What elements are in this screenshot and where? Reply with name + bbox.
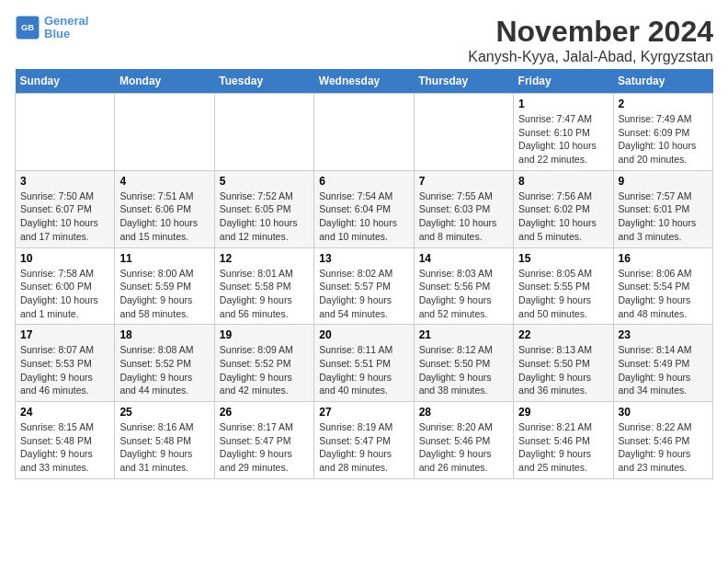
calendar-cell	[115, 94, 214, 171]
calendar-cell: 21Sunrise: 8:12 AM Sunset: 5:50 PM Dayli…	[414, 325, 513, 402]
calendar-cell: 28Sunrise: 8:20 AM Sunset: 5:46 PM Dayli…	[414, 402, 513, 479]
day-number: 29	[518, 406, 608, 419]
day-info: Sunrise: 8:21 AM Sunset: 5:46 PM Dayligh…	[518, 420, 608, 475]
day-number: 12	[220, 252, 309, 265]
header-day-thursday: Thursday	[414, 69, 513, 94]
day-number: 25	[119, 406, 209, 419]
day-number: 27	[319, 406, 408, 419]
calendar-cell	[314, 94, 414, 171]
day-info: Sunrise: 8:22 AM Sunset: 5:46 PM Dayligh…	[619, 420, 708, 475]
calendar-week-3: 10Sunrise: 7:58 AM Sunset: 6:00 PM Dayli…	[16, 247, 713, 325]
calendar-cell: 25Sunrise: 8:16 AM Sunset: 5:48 PM Dayli…	[115, 402, 214, 479]
calendar-cell: 7Sunrise: 7:55 AM Sunset: 6:03 PM Daylig…	[414, 170, 513, 247]
day-number: 18	[119, 328, 209, 341]
calendar-cell: 1Sunrise: 7:47 AM Sunset: 6:10 PM Daylig…	[514, 94, 613, 171]
calendar-cell	[414, 94, 513, 171]
calendar-cell	[214, 94, 313, 171]
header-day-wednesday: Wednesday	[314, 69, 414, 94]
calendar-cell: 19Sunrise: 8:09 AM Sunset: 5:52 PM Dayli…	[214, 325, 313, 402]
day-info: Sunrise: 8:09 AM Sunset: 5:52 PM Dayligh…	[220, 343, 309, 397]
day-info: Sunrise: 7:54 AM Sunset: 6:04 PM Dayligh…	[319, 190, 408, 244]
title-block: November 2024 Kanysh-Kyya, Jalal-Abad, K…	[468, 15, 713, 65]
calendar-cell: 11Sunrise: 8:00 AM Sunset: 5:59 PM Dayli…	[115, 247, 214, 325]
day-info: Sunrise: 7:55 AM Sunset: 6:03 PM Dayligh…	[419, 190, 508, 244]
day-number: 13	[319, 252, 408, 265]
day-info: Sunrise: 8:20 AM Sunset: 5:46 PM Dayligh…	[419, 420, 508, 475]
calendar-header-row: SundayMondayTuesdayWednesdayThursdayFrid…	[16, 69, 713, 94]
day-info: Sunrise: 7:51 AM Sunset: 6:06 PM Dayligh…	[119, 190, 209, 244]
calendar-cell: 17Sunrise: 8:07 AM Sunset: 5:53 PM Dayli…	[16, 325, 115, 402]
calendar-cell: 29Sunrise: 8:21 AM Sunset: 5:46 PM Dayli…	[514, 402, 613, 479]
logo-line2: Blue	[44, 27, 70, 40]
day-info: Sunrise: 8:03 AM Sunset: 5:56 PM Dayligh…	[419, 267, 508, 321]
calendar-cell: 27Sunrise: 8:19 AM Sunset: 5:47 PM Dayli…	[314, 402, 414, 479]
day-number: 21	[419, 328, 508, 341]
day-info: Sunrise: 8:13 AM Sunset: 5:50 PM Dayligh…	[518, 343, 608, 397]
day-info: Sunrise: 7:57 AM Sunset: 6:01 PM Dayligh…	[619, 190, 708, 244]
calendar-cell: 23Sunrise: 8:14 AM Sunset: 5:49 PM Dayli…	[613, 325, 712, 402]
day-info: Sunrise: 8:17 AM Sunset: 5:47 PM Dayligh…	[220, 420, 309, 475]
day-number: 23	[619, 328, 708, 341]
calendar-week-5: 24Sunrise: 8:15 AM Sunset: 5:48 PM Dayli…	[16, 402, 713, 479]
day-number: 1	[518, 98, 608, 110]
day-info: Sunrise: 8:08 AM Sunset: 5:52 PM Dayligh…	[119, 343, 209, 397]
day-number: 6	[319, 175, 408, 188]
calendar-week-2: 3Sunrise: 7:50 AM Sunset: 6:07 PM Daylig…	[16, 170, 713, 247]
day-number: 30	[619, 406, 708, 419]
header-day-sunday: Sunday	[16, 69, 115, 94]
day-info: Sunrise: 7:52 AM Sunset: 6:05 PM Dayligh…	[220, 190, 309, 244]
header-day-tuesday: Tuesday	[214, 69, 313, 94]
day-number: 2	[619, 98, 708, 110]
page-header: GB General Blue November 2024 Kanysh-Kyy…	[15, 15, 713, 65]
day-number: 5	[220, 175, 309, 188]
header-day-monday: Monday	[115, 69, 214, 94]
day-info: Sunrise: 8:12 AM Sunset: 5:50 PM Dayligh…	[419, 343, 508, 397]
calendar-cell: 24Sunrise: 8:15 AM Sunset: 5:48 PM Dayli…	[16, 402, 115, 479]
calendar-week-1: 1Sunrise: 7:47 AM Sunset: 6:10 PM Daylig…	[16, 94, 713, 171]
day-number: 4	[119, 175, 209, 188]
calendar-cell: 2Sunrise: 7:49 AM Sunset: 6:09 PM Daylig…	[613, 94, 712, 171]
logo-text: General Blue	[44, 15, 88, 41]
calendar-cell: 10Sunrise: 7:58 AM Sunset: 6:00 PM Dayli…	[16, 247, 115, 325]
calendar-cell: 18Sunrise: 8:08 AM Sunset: 5:52 PM Dayli…	[115, 325, 214, 402]
day-number: 3	[20, 175, 109, 188]
day-number: 17	[20, 328, 109, 341]
day-info: Sunrise: 8:16 AM Sunset: 5:48 PM Dayligh…	[119, 420, 209, 475]
calendar-cell: 6Sunrise: 7:54 AM Sunset: 6:04 PM Daylig…	[314, 170, 414, 247]
calendar-cell: 30Sunrise: 8:22 AM Sunset: 5:46 PM Dayli…	[613, 402, 712, 479]
day-number: 16	[619, 252, 708, 265]
day-info: Sunrise: 8:14 AM Sunset: 5:49 PM Dayligh…	[619, 343, 708, 397]
logo-line1: General	[44, 14, 88, 28]
calendar-cell: 14Sunrise: 8:03 AM Sunset: 5:56 PM Dayli…	[414, 247, 513, 325]
calendar-cell: 3Sunrise: 7:50 AM Sunset: 6:07 PM Daylig…	[16, 170, 115, 247]
calendar-cell: 20Sunrise: 8:11 AM Sunset: 5:51 PM Dayli…	[314, 325, 414, 402]
day-number: 8	[518, 175, 608, 188]
day-info: Sunrise: 8:01 AM Sunset: 5:58 PM Dayligh…	[220, 267, 309, 321]
calendar-cell: 12Sunrise: 8:01 AM Sunset: 5:58 PM Dayli…	[214, 247, 313, 325]
day-info: Sunrise: 8:19 AM Sunset: 5:47 PM Dayligh…	[319, 420, 408, 475]
day-info: Sunrise: 7:47 AM Sunset: 6:10 PM Dayligh…	[518, 112, 608, 167]
calendar-cell: 22Sunrise: 8:13 AM Sunset: 5:50 PM Dayli…	[514, 325, 613, 402]
day-info: Sunrise: 7:58 AM Sunset: 6:00 PM Dayligh…	[20, 267, 109, 321]
day-info: Sunrise: 8:15 AM Sunset: 5:48 PM Dayligh…	[20, 420, 109, 475]
day-info: Sunrise: 7:50 AM Sunset: 6:07 PM Dayligh…	[20, 190, 109, 244]
day-number: 9	[619, 175, 708, 188]
day-number: 7	[419, 175, 508, 188]
day-info: Sunrise: 8:07 AM Sunset: 5:53 PM Dayligh…	[20, 343, 109, 397]
calendar-cell	[16, 94, 115, 171]
day-number: 14	[419, 252, 508, 265]
day-number: 28	[419, 406, 508, 419]
calendar-cell: 16Sunrise: 8:06 AM Sunset: 5:54 PM Dayli…	[613, 247, 712, 325]
page-title: November 2024	[468, 15, 713, 49]
header-day-saturday: Saturday	[613, 69, 712, 94]
calendar-week-4: 17Sunrise: 8:07 AM Sunset: 5:53 PM Dayli…	[16, 325, 713, 402]
logo: GB General Blue	[15, 15, 88, 41]
calendar-cell: 8Sunrise: 7:56 AM Sunset: 6:02 PM Daylig…	[514, 170, 613, 247]
svg-text:GB: GB	[21, 23, 34, 32]
calendar-cell: 4Sunrise: 7:51 AM Sunset: 6:06 PM Daylig…	[115, 170, 214, 247]
day-number: 24	[20, 406, 109, 419]
day-number: 26	[220, 406, 309, 419]
day-number: 10	[20, 252, 109, 265]
day-info: Sunrise: 8:11 AM Sunset: 5:51 PM Dayligh…	[319, 343, 408, 397]
day-info: Sunrise: 8:05 AM Sunset: 5:55 PM Dayligh…	[518, 267, 608, 321]
